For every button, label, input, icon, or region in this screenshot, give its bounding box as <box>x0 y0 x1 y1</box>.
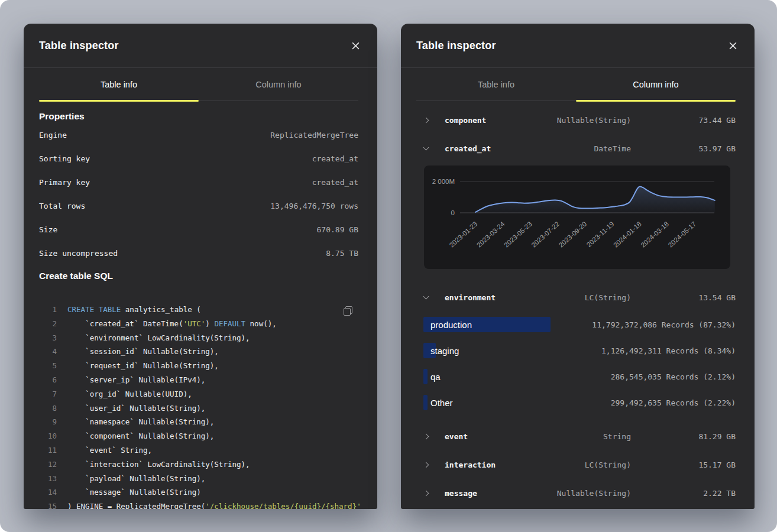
sql-line-2: 2 `created_at` DateTime('UTC') DEFAULT n… <box>39 317 358 331</box>
tab-label: Column info <box>255 80 301 89</box>
value-share-bar <box>423 369 428 384</box>
value-records: 11,792,372,086 Records (87.32%) <box>592 320 736 329</box>
tab-label: Table info <box>101 80 137 89</box>
column-type: Nullable(String) <box>557 489 631 498</box>
chevron-right-icon <box>423 118 428 122</box>
column-name: event <box>445 432 468 441</box>
column-row-component[interactable]: componentNullable(String)73.44 GB <box>401 106 755 134</box>
column-name: created_at <box>445 144 491 153</box>
column-name: environment <box>445 293 496 302</box>
line-number: 2 <box>39 317 57 331</box>
column-row-message[interactable]: messageNullable(String)2.22 TB <box>401 479 755 507</box>
value-records: 1,126,492,311 Records (8.34%) <box>601 346 736 355</box>
properties-heading: Properties <box>39 110 358 123</box>
copy-sql-button[interactable] <box>341 304 355 318</box>
code-text: `server_ip` Nullable(IPv4), <box>67 373 205 387</box>
property-row-sorting-key: Sorting keycreated_at <box>39 147 358 170</box>
column-type: String <box>603 432 631 441</box>
line-number: 7 <box>39 387 57 401</box>
properties-list: EngineReplicatedMergeTreeSorting keycrea… <box>39 123 358 265</box>
sql-line-11: 11 `event` String, <box>39 443 358 458</box>
y-tick-label: 2 000M <box>432 178 455 185</box>
sql-line-3: 3 `environment` LowCardinality(String), <box>39 331 358 345</box>
property-label: Size uncompressed <box>39 249 118 258</box>
sql-line-12: 12 `interaction` LowCardinality(String), <box>39 458 358 472</box>
modal-header: Table inspector <box>401 24 755 68</box>
tabbar: Table infoColumn info <box>39 68 358 101</box>
sql-line-8: 8 `user_id` Nullable(String), <box>39 401 358 416</box>
column-name: component <box>445 116 486 125</box>
column-type: LC(String) <box>585 293 631 302</box>
x-tick-label: 2024-01-18 <box>612 220 643 249</box>
chevron-down-icon <box>423 146 428 151</box>
sql-line-4: 4 `session_id` Nullable(String), <box>39 345 358 359</box>
column-size: 81.29 GB <box>698 432 736 441</box>
value-label: qa <box>430 372 441 382</box>
column-row-environment[interactable]: environmentLC(String)13.54 GB <box>401 283 755 312</box>
sql-line-15: 15) ENGINE = ReplicatedMergeTree('/click… <box>39 499 358 509</box>
sql-line-5: 5 `request_id` Nullable(String), <box>39 359 358 373</box>
created-at-histogram-card: 2 000M02023-01-232023-03-242023-05-23202… <box>424 166 730 269</box>
chevron-right-icon <box>423 462 428 467</box>
code-text: `namespace` Nullable(String), <box>67 415 214 429</box>
sql-line-10: 10 `component` Nullable(String), <box>39 429 358 443</box>
histogram-svg: 2 000M02023-01-232023-03-242023-05-23202… <box>424 166 730 269</box>
property-value: created_at <box>312 154 358 163</box>
sql-line-13: 13 `payload` Nullable(String), <box>39 472 358 486</box>
sql-code-block: 1CREATE TABLE analytics_table (2 `create… <box>39 303 358 509</box>
sql-line-6: 6 `server_ip` Nullable(IPv4), <box>39 373 358 387</box>
code-text: `user_id` Nullable(String), <box>67 401 205 416</box>
column-row-interaction[interactable]: interactionLC(String)15.17 GB <box>401 450 755 479</box>
column-size: 13.54 GB <box>698 293 736 302</box>
property-row-size: Size670.89 GB <box>39 218 358 241</box>
code-text: `request_id` Nullable(String), <box>67 359 219 373</box>
tab-column-info[interactable]: Column info <box>199 68 358 100</box>
column-type: DateTime <box>594 144 631 153</box>
tab-table-info[interactable]: Table info <box>39 68 199 100</box>
property-label: Primary key <box>39 178 90 187</box>
env-value-row-staging: staging1,126,492,311 Records (8.34%) <box>401 338 755 364</box>
tab-label: Column info <box>633 80 678 89</box>
property-value: 8.75 TB <box>326 249 358 258</box>
column-type: LC(String) <box>585 460 631 469</box>
chevron-right-icon <box>423 491 428 495</box>
property-value: created_at <box>312 178 358 187</box>
modal-header: Table inspector <box>24 24 377 68</box>
line-number: 5 <box>39 359 57 373</box>
column-size: 53.97 GB <box>698 144 736 153</box>
column-name: message <box>445 489 477 498</box>
histogram-area <box>475 187 715 213</box>
sql-line-9: 9 `namespace` Nullable(String), <box>39 415 358 429</box>
close-button[interactable] <box>724 37 742 54</box>
sql-line-7: 7 `org_id` Nullable(UUID), <box>39 387 358 401</box>
value-records: 299,492,635 Records (2.22%) <box>611 398 736 407</box>
column-row-created-at[interactable]: created_atDateTime53.97 GB <box>401 134 755 163</box>
line-number: 6 <box>39 373 57 387</box>
property-row-total-rows: Total rows13,496,476,750 rows <box>39 194 358 218</box>
code-text: `org_id` Nullable(UUID), <box>67 387 192 401</box>
table-inspector-modal-column-info: Table inspector Table infoColumn info co… <box>401 24 755 509</box>
x-tick-label: 2023-01-23 <box>448 220 479 249</box>
close-button[interactable] <box>347 37 364 54</box>
modal-title: Table inspector <box>416 40 496 52</box>
desktop-background: Table inspector Table infoColumn info Pr… <box>0 0 777 532</box>
code-text: ) ENGINE = ReplicatedMergeTree('/clickho… <box>67 499 361 509</box>
close-icon <box>352 42 360 50</box>
line-number: 3 <box>39 331 57 345</box>
tab-table-info[interactable]: Table info <box>416 68 576 100</box>
tab-column-info[interactable]: Column info <box>576 68 736 100</box>
value-label: staging <box>430 346 459 356</box>
value-records: 286,545,035 Records (2.12%) <box>611 372 736 381</box>
line-number: 15 <box>39 499 57 509</box>
modal-title: Table inspector <box>39 40 119 52</box>
line-number: 12 <box>39 458 57 472</box>
chevron-right-icon <box>423 434 428 439</box>
sql-line-14: 14 `message` Nullable(String) <box>39 485 358 499</box>
line-number: 8 <box>39 401 57 416</box>
code-text: `environment` LowCardinality(String), <box>67 331 250 345</box>
code-text: `created_at` DateTime('UTC') DEFAULT now… <box>67 317 277 331</box>
property-label: Size <box>39 225 57 234</box>
column-name: interaction <box>445 460 496 469</box>
tabbar: Table infoColumn info <box>416 68 736 101</box>
column-row-event[interactable]: eventString81.29 GB <box>401 422 755 450</box>
